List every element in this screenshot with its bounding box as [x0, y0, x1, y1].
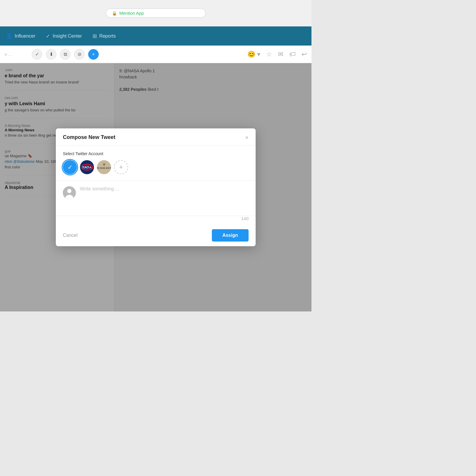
address-text: Mention App [119, 11, 144, 16]
nav-label-reports: Reports [99, 33, 116, 39]
select-account-label: Select Twitter Account [63, 151, 249, 156]
nav-item-insight-center[interactable]: ✓ Insight Center [46, 33, 82, 39]
svg-text:BURBERRY: BURBERRY [97, 167, 111, 170]
check-overlay: ✓ [63, 160, 77, 174]
user-avatar [63, 186, 76, 199]
svg-text:⚜: ⚜ [102, 162, 106, 167]
search-text: e ... [5, 52, 28, 57]
modal-footer: Cancel Assign [56, 224, 256, 246]
toolbar: e ... ✓ ⬇ ⧉ ⊘ + 😊 ▾ ☆ ✉ 🏷 ↩ [0, 46, 311, 63]
lock-icon: 🔒 [112, 11, 117, 16]
char-count: 140 [56, 216, 256, 224]
tag-icon[interactable]: 🏷 [289, 51, 296, 58]
compose-inner [63, 186, 249, 210]
toolbar-copy-btn[interactable]: ⧉ [60, 49, 71, 60]
modal-close-button[interactable]: × [245, 135, 249, 140]
toolbar-check-btn[interactable]: ✓ [32, 49, 42, 60]
influencer-icon: 👤 [6, 33, 12, 39]
cancel-button[interactable]: Cancel [63, 233, 78, 238]
nav-label-influencer: Influencer [15, 33, 35, 39]
modal-header: Compose New Tweet × [56, 128, 256, 145]
svg-point-8 [67, 189, 71, 193]
compose-section [56, 180, 256, 216]
nav-item-reports[interactable]: ⊞ Reports [93, 33, 116, 39]
modal-title: Compose New Tweet [63, 134, 115, 140]
user-avatar-icon [63, 186, 76, 199]
reports-icon: ⊞ [93, 33, 97, 39]
tweet-compose-input[interactable] [80, 186, 249, 210]
twitter-accounts-list: ✓ NASA [63, 160, 249, 174]
insight-center-icon: ✓ [46, 33, 50, 39]
burberry-logo-icon: BURBERRY ⚜ [97, 160, 111, 174]
app-header: 👤 Influencer ✓ Insight Center ⊞ Reports [0, 26, 311, 46]
modal-account-section: Select Twitter Account ✓ NASA [56, 145, 256, 180]
account-avatar-selected[interactable]: ✓ [63, 160, 77, 174]
compose-tweet-modal: Compose New Tweet × Select Twitter Accou… [56, 128, 256, 246]
toolbar-add-btn[interactable]: + [88, 49, 99, 60]
toolbar-right: 😊 ▾ ☆ ✉ 🏷 ↩ [247, 51, 307, 58]
emoji-icon[interactable]: 😊 ▾ [247, 51, 260, 58]
add-account-button[interactable]: + [114, 160, 128, 174]
account-avatar-burberry[interactable]: BURBERRY ⚜ [97, 160, 111, 174]
nav-item-influencer[interactable]: 👤 Influencer [6, 33, 35, 39]
nav-label-insight-center: Insight Center [53, 33, 82, 39]
star-icon[interactable]: ☆ [266, 51, 272, 58]
nasa-logo-icon: NASA [80, 160, 94, 174]
account-avatar-nasa[interactable]: NASA [80, 160, 94, 174]
content-area: .com e brand of the yar Tried the new Na… [0, 63, 311, 311]
toolbar-block-btn[interactable]: ⊘ [74, 49, 85, 60]
modal-overlay: Compose New Tweet × Select Twitter Accou… [0, 63, 311, 311]
assign-button[interactable]: Assign [212, 229, 249, 242]
reply-icon[interactable]: ↩ [301, 51, 307, 58]
address-bar: 🔒 Mention App [106, 9, 206, 18]
inbox-icon[interactable]: ✉ [278, 51, 283, 58]
toolbar-download-btn[interactable]: ⬇ [46, 49, 56, 60]
browser-chrome: 🔒 Mention App [0, 0, 311, 26]
